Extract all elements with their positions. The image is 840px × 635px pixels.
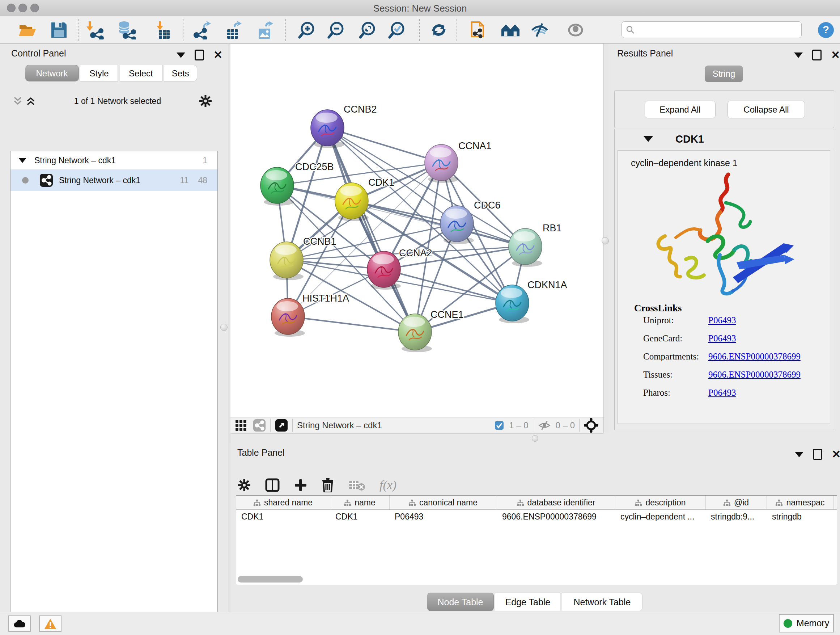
import-network-file-button[interactable] xyxy=(85,20,104,40)
table-cell[interactable]: CDK1 xyxy=(330,510,390,523)
expand-all-button[interactable]: Expand All xyxy=(645,101,715,119)
panel-float-icon[interactable] xyxy=(813,449,822,460)
tab-network-table[interactable]: Network Table xyxy=(562,593,643,611)
panel-float-icon[interactable] xyxy=(812,50,821,60)
network-options-gear-icon[interactable] xyxy=(199,95,212,108)
export-table-button[interactable] xyxy=(224,20,243,40)
graph-edge[interactable] xyxy=(327,128,441,163)
search-box[interactable] xyxy=(622,21,802,38)
hide-selected-button[interactable] xyxy=(530,20,549,40)
splitter-handle[interactable] xyxy=(532,435,538,442)
panel-float-icon[interactable] xyxy=(195,50,204,60)
help-button[interactable]: ? xyxy=(816,20,836,40)
panel-menu-icon[interactable] xyxy=(794,52,803,58)
column-header-shared-name[interactable]: shared name xyxy=(236,496,330,509)
warning-status-button[interactable] xyxy=(39,616,62,632)
column-header--id[interactable]: @id xyxy=(706,496,767,509)
zoom-out-button[interactable] xyxy=(326,20,346,40)
search-input[interactable] xyxy=(635,24,792,35)
tab-node-table[interactable]: Node Table xyxy=(427,593,494,611)
selected-checkbox-icon[interactable] xyxy=(494,421,504,430)
network-canvas[interactable]: CCNB2CCNA1CDC25BCDK1CDC6RB1CCNB1CCNA2CDK… xyxy=(231,44,603,417)
toolbar-separator xyxy=(292,419,293,432)
crosslink-value-link[interactable]: P06493 xyxy=(708,315,736,325)
table-horizontal-scrollbar[interactable] xyxy=(238,576,303,583)
hidden-eye-icon[interactable] xyxy=(538,420,551,431)
delete-column-trash-icon[interactable] xyxy=(322,478,334,492)
graph-node-RB1[interactable]: RB1 xyxy=(508,223,562,267)
zoom-selected-button[interactable] xyxy=(387,20,407,40)
table-row[interactable]: CDK1CDK1P064939606.ENSP00000378699cyclin… xyxy=(236,510,837,523)
tab-sets[interactable]: Sets xyxy=(164,65,197,81)
tab-edge-table[interactable]: Edge Table xyxy=(495,593,561,611)
crosslink-value-link[interactable]: P06493 xyxy=(708,333,736,343)
graph-edge[interactable] xyxy=(288,317,415,332)
open-session-button[interactable] xyxy=(18,20,37,40)
table-cell[interactable]: cyclin–dependent ... xyxy=(615,510,706,523)
column-header-name[interactable]: name xyxy=(330,496,390,509)
grid-view-icon[interactable] xyxy=(235,419,247,432)
birdseye-view-icon[interactable] xyxy=(275,419,288,432)
collection-expand-icon[interactable] xyxy=(19,158,27,163)
zoom-fit-button[interactable] xyxy=(358,20,377,40)
import-network-database-button[interactable] xyxy=(117,20,136,40)
function-builder-icon[interactable]: f(x) xyxy=(379,478,396,492)
column-header-database-identifier[interactable]: database identifier xyxy=(497,496,615,509)
table-cell[interactable]: P06493 xyxy=(390,510,497,523)
save-session-button[interactable] xyxy=(49,20,69,40)
table-cell[interactable]: 9606.ENSP00000378699 xyxy=(497,510,615,523)
memory-button[interactable]: Memory xyxy=(779,614,834,632)
cloud-status-button[interactable] xyxy=(8,616,31,632)
crosslink-value-link[interactable]: 9606.ENSP00000378699 xyxy=(708,352,801,361)
panel-close-icon[interactable]: ✕ xyxy=(832,450,840,459)
table-cell[interactable]: CDK1 xyxy=(236,510,330,523)
graph-node-label: CDC25B xyxy=(295,162,334,172)
network-collection-row[interactable]: String Network – cdk1 1 xyxy=(11,151,218,169)
export-network-button[interactable] xyxy=(192,20,212,40)
status-bar: Memory xyxy=(0,612,840,635)
graph-node-CCNB2[interactable]: CCNB2 xyxy=(311,104,377,148)
graph-node-CDC25B[interactable]: CDC25B xyxy=(261,162,334,206)
graph-node-CCNE1[interactable]: CCNE1 xyxy=(398,309,464,352)
string-import-button[interactable] xyxy=(469,20,489,40)
collapse-all-icon[interactable] xyxy=(12,96,23,106)
panel-menu-icon[interactable] xyxy=(177,52,185,58)
gene-section-header[interactable]: CDK1 xyxy=(615,129,834,149)
pan-crosshair-icon[interactable] xyxy=(584,418,598,432)
graph-node-HIST1H1A[interactable]: HIST1H1A xyxy=(271,293,349,337)
splitter-handle[interactable] xyxy=(220,324,227,331)
column-header-canonical-name[interactable]: canonical name xyxy=(390,496,497,509)
table-cell[interactable]: stringdb:9... xyxy=(706,510,767,523)
column-header-namespac[interactable]: namespac xyxy=(767,496,834,509)
show-columns-icon[interactable] xyxy=(265,478,279,492)
graph-node-CDKN1A[interactable]: CDKN1A xyxy=(496,279,567,323)
splitter-handle[interactable] xyxy=(602,237,609,244)
delete-table-icon[interactable] xyxy=(348,479,365,491)
zoom-in-button[interactable] xyxy=(297,20,317,40)
crosslink-value-link[interactable]: P06493 xyxy=(708,388,736,397)
export-image-button[interactable] xyxy=(255,20,275,40)
string-node-section: CDK1 cyclin–dependent kinase 1 xyxy=(614,129,834,430)
tab-select[interactable]: Select xyxy=(120,65,163,81)
collapse-all-button[interactable]: Collapse All xyxy=(728,101,805,119)
column-header-description[interactable]: description xyxy=(615,496,706,509)
tab-string[interactable]: String xyxy=(705,65,743,82)
graph-node-CCNA1[interactable]: CCNA1 xyxy=(425,141,492,183)
table-settings-gear-icon[interactable] xyxy=(238,478,251,492)
expand-all-icon[interactable] xyxy=(25,96,36,106)
tab-style[interactable]: Style xyxy=(80,65,118,81)
import-table-file-button[interactable] xyxy=(152,20,172,40)
section-collapse-icon[interactable] xyxy=(644,136,653,142)
table-cell[interactable]: stringdb xyxy=(767,510,834,523)
network-home-button[interactable] xyxy=(501,20,520,40)
crosslink-value-link[interactable]: 9606.ENSP00000378699 xyxy=(708,370,801,379)
panel-menu-icon[interactable] xyxy=(795,452,804,457)
network-row[interactable]: String Network – cdk1 11 48 xyxy=(11,169,218,191)
tab-network[interactable]: Network xyxy=(25,65,79,81)
add-column-icon[interactable] xyxy=(294,478,307,492)
show-all-button[interactable] xyxy=(566,20,585,40)
panel-close-icon[interactable]: ✕ xyxy=(213,51,223,59)
refresh-button[interactable] xyxy=(429,20,448,40)
panel-close-icon[interactable]: ✕ xyxy=(831,51,840,59)
network-share-icon[interactable] xyxy=(253,419,266,432)
